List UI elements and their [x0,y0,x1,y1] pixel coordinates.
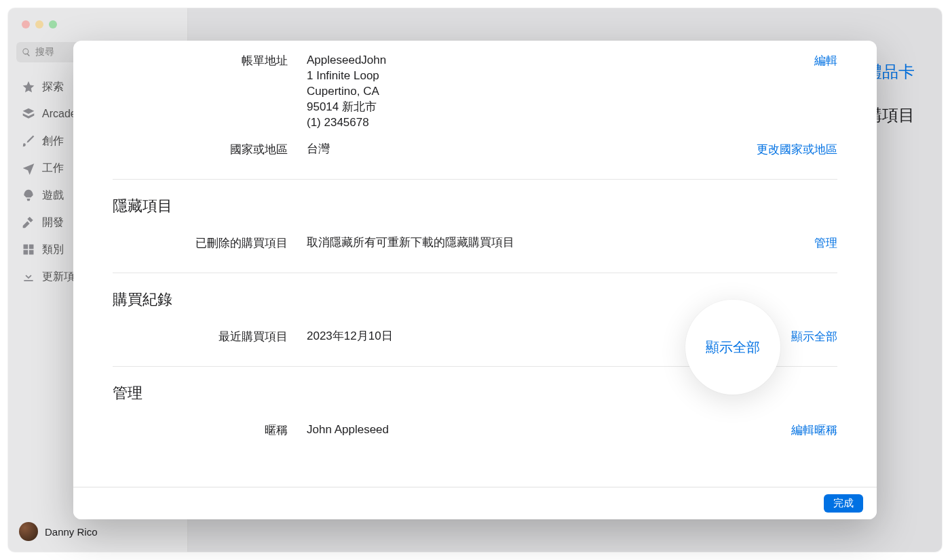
manage-section-title: 管理 [113,383,837,403]
download-icon [22,270,35,283]
sidebar-item-label: Arcade [42,108,77,120]
purchase-history-section-title: 購買紀錄 [113,289,837,310]
region-value: 台灣 [307,142,743,157]
nickname-value: John Appleseed [307,422,778,438]
avatar [19,522,38,541]
recent-purchase-row: 最近購買項目 2023年12月10日 顯示全部 [113,323,837,350]
manage-hidden-link[interactable]: 管理 [814,237,837,249]
divider [113,273,837,273]
rocket-icon [22,188,35,202]
divider [113,366,837,367]
nickname-label: 暱稱 [113,422,307,438]
brush-icon [22,134,35,148]
sidebar-item-label: 創作 [42,134,64,148]
account-settings-sheet: 帳單地址 AppleseedJohn 1 Infinite Loop Cuper… [73,41,877,519]
billing-address-row: 帳單地址 AppleseedJohn 1 Infinite Loop Cuper… [113,47,837,136]
region-row: 國家或地區 台灣 更改國家或地區 [113,136,837,163]
billing-address-value: AppleseedJohn 1 Infinite Loop Cupertino,… [307,53,801,131]
done-button[interactable]: 完成 [824,494,863,513]
sidebar-item-label: 開發 [42,216,64,230]
sidebar-item-label: 類別 [42,243,64,257]
hidden-purchases-label: 已刪除的購買項目 [113,235,307,251]
star-icon [22,80,35,94]
hidden-purchases-value: 取消隱藏所有可重新下載的隱藏購買項目 [307,235,801,251]
hidden-purchases-row: 已刪除的購買項目 取消隱藏所有可重新下載的隱藏購買項目 管理 [113,230,837,256]
recent-purchase-value: 2023年12月10日 [307,329,778,344]
sidebar-item-label: 更新項 [42,270,75,284]
hammer-icon [22,216,35,229]
billing-address-label: 帳單地址 [113,53,307,131]
arcade-icon [22,107,35,121]
nickname-row: 暱稱 John Appleseed 編輯暱稱 [113,417,837,443]
divider [113,179,837,180]
plane-icon [22,161,35,175]
edit-billing-link[interactable]: 編輯 [814,54,837,67]
show-all-purchases-link[interactable]: 顯示全部 [791,330,837,343]
edit-nickname-link[interactable]: 編輯暱稱 [791,424,837,437]
search-icon [22,47,31,57]
user-name: Danny Rico [45,526,98,538]
region-label: 國家或地區 [113,142,307,157]
sidebar-item-label: 工作 [42,161,64,176]
sidebar-item-label: 遊戲 [42,188,64,203]
sidebar-user[interactable]: Danny Rico [8,518,187,545]
recent-purchase-label: 最近購買項目 [113,329,307,344]
sheet-scroll-area[interactable]: 帳單地址 AppleseedJohn 1 Infinite Loop Cuper… [73,41,877,487]
change-region-link[interactable]: 更改國家或地區 [757,143,837,156]
grid-icon [22,243,35,256]
sidebar-item-label: 探索 [42,80,64,94]
hidden-items-section-title: 隱藏項目 [113,196,837,216]
sheet-footer: 完成 [73,487,877,519]
search-placeholder: 搜尋 [35,46,54,58]
